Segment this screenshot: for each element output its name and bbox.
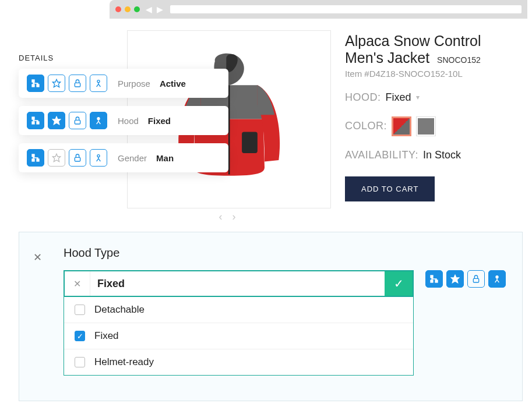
svg-rect-15 — [37, 159, 39, 161]
product-info: Alpaca Snow Control Men's Jacket SNOCO15… — [345, 30, 517, 222]
detail-label: Hood — [118, 116, 139, 126]
person-icon[interactable] — [90, 112, 107, 129]
close-window-icon[interactable] — [115, 6, 121, 12]
option-helmet-ready[interactable]: Helmet-ready — [64, 349, 413, 375]
svg-rect-12 — [75, 120, 80, 124]
option-detachable[interactable]: Detachable — [64, 297, 413, 323]
star-icon[interactable] — [446, 270, 464, 288]
svg-marker-5 — [52, 79, 60, 87]
browser-chrome: ◀ ▶ — [110, 0, 527, 19]
availability-value: In Stock — [423, 149, 461, 161]
editor-title: Hood Type — [64, 246, 506, 260]
svg-rect-2 — [32, 80, 34, 82]
svg-rect-20 — [431, 275, 433, 278]
maximize-window-icon[interactable] — [134, 6, 140, 12]
lock-icon[interactable] — [69, 149, 86, 167]
svg-rect-18 — [75, 157, 80, 161]
star-icon[interactable] — [48, 75, 65, 92]
option-label: Helmet-ready — [94, 356, 154, 368]
editor-input-row: ✕ ✓ — [64, 270, 414, 297]
product-title: Alpaca Snow Control Men's Jacket SNOCO15… — [345, 33, 517, 66]
lock-icon[interactable] — [69, 75, 86, 92]
color-swatches — [392, 116, 436, 136]
person-icon[interactable] — [488, 270, 506, 288]
option-label: Fixed — [94, 330, 119, 342]
svg-point-19 — [97, 155, 100, 157]
person-icon[interactable] — [90, 149, 107, 167]
svg-rect-3 — [37, 84, 39, 87]
svg-rect-24 — [473, 278, 478, 282]
detail-card-gender[interactable]: Gender Man — [19, 143, 228, 172]
availability-row: AVAILABILITY: In Stock — [345, 149, 517, 161]
editor-panel: ✕ Hood Type ✕ ✓ Detachable ✓ Fixed He — [19, 232, 523, 401]
star-icon[interactable] — [48, 112, 65, 129]
checkbox-icon[interactable]: ✓ — [75, 331, 85, 341]
dropdown-list: Detachable ✓ Fixed Helmet-ready — [64, 297, 414, 376]
details-heading: DETAILS — [19, 54, 54, 62]
swatch-red-grey[interactable] — [392, 116, 411, 136]
checkbox-icon[interactable] — [75, 305, 85, 315]
product-sku: SNOCO152 — [437, 55, 481, 65]
hierarchy-icon[interactable] — [425, 270, 443, 288]
detail-label: Purpose — [118, 79, 150, 89]
svg-rect-8 — [32, 117, 34, 119]
title-line1: Alpaca Snow Control — [345, 33, 481, 49]
person-icon[interactable] — [90, 75, 107, 92]
window-controls — [115, 6, 140, 12]
editor-icon-group — [425, 270, 506, 376]
detail-icons — [27, 149, 107, 167]
add-to-cart-button[interactable]: ADD TO CART — [345, 176, 435, 201]
hood-spec-row[interactable]: HOOD: Fixed ▾ — [345, 91, 517, 104]
hierarchy-icon[interactable] — [27, 112, 44, 129]
svg-rect-9 — [37, 122, 39, 124]
carousel-arrows[interactable]: ‹ › — [219, 211, 239, 223]
address-bar[interactable] — [170, 5, 522, 13]
option-label: Detachable — [94, 304, 145, 316]
star-icon[interactable] — [48, 149, 65, 167]
detail-value: Active — [160, 79, 186, 89]
svg-marker-11 — [52, 116, 60, 124]
detail-card-purpose[interactable]: Purpose Active — [19, 69, 228, 98]
detail-icons — [27, 75, 107, 92]
hierarchy-icon[interactable] — [27, 75, 44, 92]
color-label: COLOR: — [345, 120, 387, 132]
close-icon[interactable]: ✕ — [33, 251, 42, 264]
lock-icon[interactable] — [69, 112, 86, 129]
svg-rect-1 — [242, 132, 258, 153]
detail-label: Gender — [118, 153, 147, 163]
svg-rect-21 — [435, 280, 438, 282]
details-cards: Purpose Active Hood Fixed Gender Man — [19, 69, 228, 172]
hierarchy-icon[interactable] — [27, 149, 44, 167]
detail-value: Man — [156, 153, 174, 163]
hood-label: HOOD: — [345, 91, 381, 104]
svg-marker-17 — [52, 154, 60, 161]
hood-value: Fixed — [386, 91, 411, 104]
svg-rect-16 — [32, 159, 34, 161]
checkbox-icon[interactable] — [75, 357, 85, 367]
detail-value: Fixed — [148, 116, 171, 126]
hood-type-input[interactable] — [90, 271, 385, 296]
svg-rect-10 — [32, 122, 34, 124]
svg-point-13 — [97, 118, 100, 120]
detail-icons — [27, 112, 107, 129]
availability-label: AVAILABILITY: — [345, 149, 418, 161]
svg-marker-23 — [451, 275, 459, 282]
svg-rect-14 — [32, 154, 34, 157]
option-fixed[interactable]: ✓ Fixed — [64, 323, 413, 349]
svg-point-25 — [496, 276, 498, 278]
svg-rect-6 — [75, 83, 80, 87]
lock-icon[interactable] — [467, 270, 485, 288]
svg-rect-22 — [431, 280, 433, 282]
confirm-button[interactable]: ✓ — [385, 271, 413, 296]
chevron-down-icon: ▾ — [416, 93, 420, 101]
minimize-window-icon[interactable] — [125, 6, 131, 12]
svg-point-7 — [97, 80, 100, 83]
swatch-grey[interactable] — [416, 116, 436, 136]
color-spec-row: COLOR: — [345, 116, 517, 136]
nav-arrows[interactable]: ◀ ▶ — [146, 5, 164, 14]
svg-rect-4 — [32, 84, 34, 87]
editor-field: ✕ ✓ Detachable ✓ Fixed Helmet-ready — [64, 270, 414, 376]
clear-input-icon[interactable]: ✕ — [65, 271, 90, 296]
title-line2: Men's Jacket — [345, 49, 429, 66]
detail-card-hood[interactable]: Hood Fixed — [19, 106, 228, 135]
